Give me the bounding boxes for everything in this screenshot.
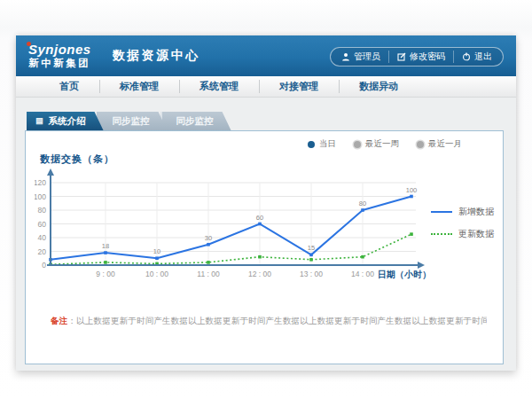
data-point xyxy=(258,223,262,226)
nav-item-5[interactable]: 数据异动 xyxy=(339,76,419,97)
tab-label: 同步监控 xyxy=(113,112,150,130)
radio-label: 最近一月 xyxy=(428,138,462,150)
x-tick-label: 9 : 00 xyxy=(96,270,115,278)
data-point xyxy=(104,261,107,264)
data-point xyxy=(207,243,210,246)
logo-text-en: Synjones xyxy=(28,43,91,58)
data-point xyxy=(361,255,364,259)
document-icon: ▤ xyxy=(35,117,43,125)
radio-label: 最近一周 xyxy=(365,138,399,150)
tab-bar: ▤系统介绍同步监控同步监控 xyxy=(27,112,231,130)
app-header: Synjones 新中新集团 数据资源中心 管理员 修改密码 xyxy=(16,35,516,76)
time-range-filter: 当日最近一周最近一月 xyxy=(308,138,462,150)
user-menu-label: 修改密码 xyxy=(410,51,445,63)
radio-label: 当日 xyxy=(319,138,336,150)
nav-item-3[interactable]: 系统管理 xyxy=(179,76,259,97)
user-menu-label: 退出 xyxy=(474,51,492,63)
user-menu: 管理员 修改密码 退出 xyxy=(330,47,504,66)
data-point xyxy=(410,232,413,236)
app-window: Synjones 新中新集团 数据资源中心 管理员 修改密码 xyxy=(16,35,516,371)
y-tick-label: 0 xyxy=(42,261,46,270)
y-tick-label: 20 xyxy=(38,247,47,256)
tab-1[interactable]: ▤系统介绍 xyxy=(27,112,104,130)
x-axis-title: 日期（小时） xyxy=(378,270,431,279)
series-line-1 xyxy=(51,197,411,260)
data-point xyxy=(207,261,210,264)
x-tick-label: 10 : 00 xyxy=(145,270,168,278)
radio-dot xyxy=(354,141,361,148)
y-axis-arrow xyxy=(47,168,54,176)
legend-line-sample xyxy=(431,233,452,235)
chart-legend: 新增数据更新数据 xyxy=(431,206,494,240)
radio-dot xyxy=(417,141,424,148)
main-nav: 首页标准管理系统管理对接管理数据异动 xyxy=(16,76,516,98)
user-icon xyxy=(341,52,350,61)
note-label: 备注 xyxy=(51,316,67,325)
page-title: 数据资源中心 xyxy=(113,48,200,64)
tab-2[interactable]: 同步监控 xyxy=(97,112,168,130)
legend-line-sample xyxy=(431,211,452,213)
x-tick-label: 11 : 00 xyxy=(197,270,220,278)
data-point xyxy=(258,255,262,259)
point-label: 18 xyxy=(102,242,109,250)
legend-item-1[interactable]: 新增数据 xyxy=(431,206,494,218)
point-label: 15 xyxy=(308,244,315,252)
data-point xyxy=(309,254,313,257)
x-tick-label: 14 : 00 xyxy=(351,270,374,278)
content-panel: 当日最近一周最近一月 数据交换（条） 181030601580100020406… xyxy=(25,130,504,364)
radio-option-3[interactable]: 最近一月 xyxy=(417,138,462,150)
radio-option-1[interactable]: 当日 xyxy=(308,138,336,150)
x-tick-label: 12 : 00 xyxy=(248,270,271,278)
logo-text-cn: 新中新集团 xyxy=(28,58,91,69)
legend-item-2[interactable]: 更新数据 xyxy=(431,228,494,240)
legend-label: 更新数据 xyxy=(458,228,494,240)
data-point xyxy=(309,258,313,262)
tab-label: 同步监控 xyxy=(176,112,214,130)
y-axis-title: 数据交换（条） xyxy=(40,153,114,166)
nav-item-1[interactable]: 首页 xyxy=(39,76,99,97)
footer-note: 备注：以上数据更新于时间产生数据以上数据更新于时间产生数据以上数据更新于时间产生… xyxy=(51,316,487,327)
note-text: ：以上数据更新于时间产生数据以上数据更新于时间产生数据以上数据更新于时间产生数据… xyxy=(67,316,487,325)
point-label: 100 xyxy=(406,186,418,194)
point-label: 30 xyxy=(205,234,212,242)
radio-dot xyxy=(308,141,315,148)
legend-label: 新增数据 xyxy=(458,206,494,218)
data-point xyxy=(410,195,413,199)
power-icon xyxy=(462,52,471,61)
data-point xyxy=(104,251,107,254)
x-tick-label: 13 : 00 xyxy=(300,270,323,278)
user-menu-admin[interactable]: 管理员 xyxy=(333,51,388,63)
nav-item-4[interactable]: 对接管理 xyxy=(259,76,339,97)
company-logo[interactable]: Synjones 新中新集团 xyxy=(28,43,91,68)
user-menu-change-password[interactable]: 修改密码 xyxy=(388,51,453,63)
data-point xyxy=(155,256,159,260)
edit-icon xyxy=(397,52,406,61)
user-menu-label: 管理员 xyxy=(354,51,380,63)
user-menu-logout[interactable]: 退出 xyxy=(453,51,500,63)
y-tick-label: 80 xyxy=(38,206,47,215)
x-axis-arrow xyxy=(418,262,425,269)
nav-item-2[interactable]: 标准管理 xyxy=(99,76,179,97)
data-point xyxy=(361,208,364,212)
y-tick-label: 40 xyxy=(38,233,47,242)
tab-label: 系统介绍 xyxy=(49,112,86,130)
radio-option-2[interactable]: 最近一周 xyxy=(354,138,399,150)
y-tick-label: 120 xyxy=(35,178,46,187)
point-label: 80 xyxy=(359,200,366,207)
y-tick-label: 100 xyxy=(35,192,46,201)
point-label: 60 xyxy=(256,214,263,222)
point-label: 10 xyxy=(153,247,160,255)
line-chart: 1810306015801000204060801001209 : 0010 :… xyxy=(35,167,442,286)
y-tick-label: 60 xyxy=(38,220,47,229)
tab-3[interactable]: 同步监控 xyxy=(160,112,231,130)
